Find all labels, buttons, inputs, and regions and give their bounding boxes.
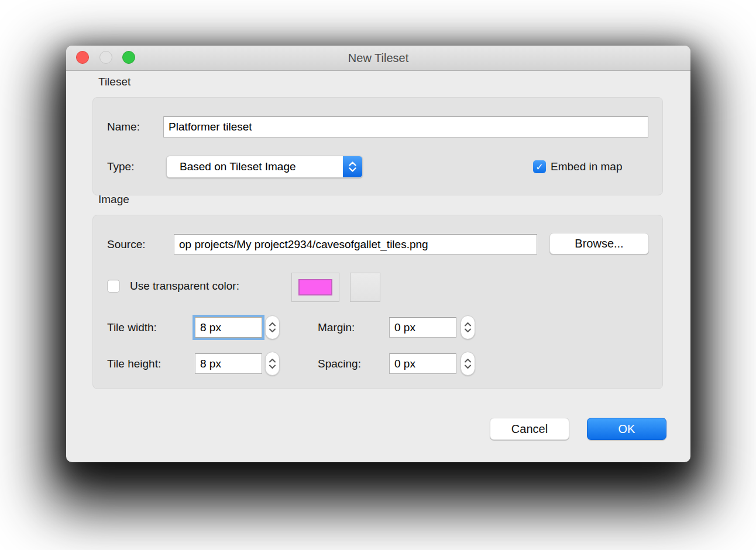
source-input[interactable] [174,234,537,255]
stepper-down-icon [464,365,472,369]
embed-in-map-label[interactable]: Embed in map [551,160,623,174]
stepper-up-icon [269,322,276,326]
stepper-down-icon [269,365,276,369]
screenshot-stage: New Tileset Tileset Name: Type: Based on… [0,0,756,550]
margin-input[interactable] [389,317,456,338]
new-tileset-dialog: New Tileset Tileset Name: Type: Based on… [66,46,690,462]
color-picker-button[interactable] [350,273,380,302]
stepper-up-icon [464,322,472,326]
transparent-color-swatch-button[interactable] [291,273,339,302]
spacing-stepper[interactable] [461,352,475,376]
close-window-icon[interactable] [76,51,89,64]
margin-stepper[interactable] [461,315,475,339]
type-label: Type: [107,160,134,174]
tile-height-label: Tile height: [107,357,161,371]
type-dropdown-value: Based on Tileset Image [167,160,343,173]
zoom-window-icon[interactable] [122,51,135,64]
embed-in-map-checkbox[interactable]: ✓ [533,160,546,173]
window-title: New Tileset [66,46,690,70]
check-icon: ✓ [535,161,543,173]
source-label: Source: [107,238,145,252]
margin-label: Margin: [318,321,355,335]
name-input[interactable] [163,116,648,138]
tile-height-stepper[interactable] [265,352,280,376]
stepper-up-icon [269,358,276,363]
use-transparent-color-checkbox[interactable] [107,280,120,293]
minimize-window-icon [99,51,112,64]
stepper-down-icon [269,328,276,333]
tile-width-stepper[interactable] [265,315,280,339]
browse-button[interactable]: Browse... [549,233,649,255]
name-label: Name: [107,120,140,134]
stepper-up-icon [464,358,472,363]
tile-width-input[interactable] [195,317,262,338]
tileset-groupbox [92,97,663,195]
titlebar[interactable]: New Tileset [66,46,690,71]
spacing-input[interactable] [389,353,456,374]
stepper-down-icon [464,328,472,333]
color-swatch [298,279,332,295]
tileset-section-label: Tileset [98,75,130,88]
chevron-down-icon [349,167,356,172]
tile-height-input[interactable] [195,353,262,374]
image-section-label: Image [98,193,129,206]
ok-button[interactable]: OK [587,418,666,440]
spacing-label: Spacing: [318,357,361,371]
cancel-button[interactable]: Cancel [490,418,569,440]
type-dropdown[interactable]: Based on Tileset Image [166,156,363,178]
chevron-up-icon [349,161,356,166]
tile-width-label: Tile width: [107,321,157,335]
dropdown-arrows [343,156,362,177]
use-transparent-color-label[interactable]: Use transparent color: [130,279,239,293]
